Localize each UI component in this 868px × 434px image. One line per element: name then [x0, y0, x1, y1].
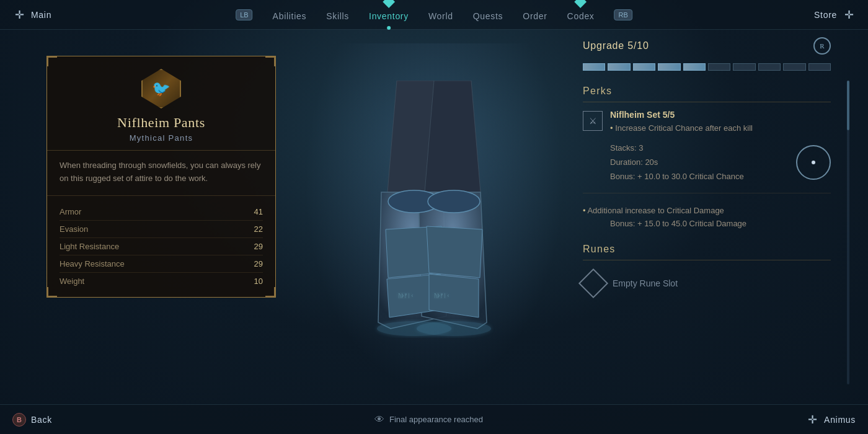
upgrade-pip-5 [683, 63, 706, 71]
main-cross-icon: ✛ [12, 8, 26, 22]
upgrade-button[interactable]: R [813, 37, 831, 55]
duration-label: Duration: [610, 157, 643, 167]
stat-heavy-resistance-label: Heavy Resistance [60, 259, 125, 268]
upgrade-bar [583, 63, 831, 71]
stat-heavy-resistance: Heavy Resistance 29 [60, 255, 263, 273]
lb-badge[interactable]: LB [236, 9, 252, 20]
rune-slot-1[interactable]: Empty Rune Slot [583, 268, 831, 299]
character-legs: ᚢᚦᚠᛁᚲ ᚢᚦᚠᛁᚲ [304, 43, 564, 391]
stat-heavy-resistance-value: 29 [254, 259, 263, 268]
card-corner-br [265, 287, 275, 297]
item-name: Niflheim Pants [117, 115, 205, 131]
perk-item-2: Additional increase to Critical Damage B… [583, 205, 831, 231]
svg-text:ᚢᚦᚠᛁᚲ: ᚢᚦᚠᛁᚲ [434, 293, 450, 299]
item-card: 🐦 Niflheim Pants Mythical Pants When thr… [46, 56, 276, 298]
upgrade-pip-2 [608, 63, 630, 71]
upgrade-pip-8 [758, 63, 781, 71]
rb-badge[interactable]: RB [614, 9, 632, 20]
rune-diamond-icon [578, 268, 608, 298]
tab-abilities[interactable]: Abilities [273, 9, 307, 21]
stacks-value: 3 [639, 143, 643, 153]
perk-stacks-area: Stacks: 3 Duration: 20s Bonus: + 10.0 to… [583, 141, 786, 184]
stacks-label: Stacks: [610, 143, 637, 153]
eye-icon: 👁 [374, 414, 384, 425]
bottom-right: ✛ Animus [805, 413, 856, 427]
stat-weight-value: 10 [254, 277, 263, 286]
codex-diamond-icon [575, 0, 587, 7]
upgrade-pip-3 [633, 63, 655, 71]
upgrade-pip-7 [733, 63, 755, 71]
duration-value: 20s [645, 157, 658, 167]
item-type: Mythical Pants [130, 133, 193, 143]
right-panel: Upgrade 5/10 R Perks ⚔ Niflheim Set 5/5 … [583, 37, 831, 299]
perk-details-1: Stacks: 3 Duration: 20s Bonus: + 10.0 to… [583, 141, 786, 184]
upgrade-pip-6 [708, 63, 730, 71]
svg-text:ᚢᚦᚠᛁᚲ: ᚢᚦᚠᛁᚲ [398, 293, 414, 299]
stat-evasion-value: 22 [254, 224, 263, 234]
upgrade-pip-1 [583, 63, 605, 71]
bottom-left: B Back [12, 413, 52, 427]
perk-header-1: ⚔ Niflheim Set 5/5 Increase Critical Cha… [583, 110, 831, 135]
upgrade-section: Upgrade 5/10 R [583, 37, 831, 55]
back-label[interactable]: Back [31, 415, 52, 425]
perk-bonus-1: Bonus: + 10.0 to 30.0 Critical Chance [610, 172, 744, 181]
stat-evasion-label: Evasion [60, 224, 88, 234]
stat-weight-label: Weight [60, 277, 84, 286]
inventory-diamond-icon [383, 0, 395, 7]
tab-codex[interactable]: Codex [567, 9, 595, 21]
upgrade-current: 5 [627, 40, 634, 51]
stat-light-resistance-label: Light Resistance [60, 242, 119, 251]
item-description: When threading through snowfields, you c… [47, 151, 275, 196]
perk-effect-2: Additional increase to Critical Damage [583, 205, 831, 217]
card-corner-bl [47, 287, 57, 297]
main-label: Main [31, 10, 51, 20]
upgrade-pip-9 [783, 63, 805, 71]
perks-title: Perks [583, 86, 831, 102]
perk-details-2: Bonus: + 15.0 to 45.0 Critical Damage [583, 216, 831, 231]
perk-title-1: Niflheim Set 5/5 [610, 110, 753, 120]
store-label[interactable]: Store [814, 10, 837, 20]
upgrade-pip-10 [808, 63, 831, 71]
perk-effect-1: Increase Critical Chance after each kill [610, 122, 753, 135]
tab-order[interactable]: Order [523, 9, 547, 21]
bottom-center: 👁 Final appearance reached [374, 414, 483, 425]
runes-title: Runes [583, 244, 831, 260]
stat-light-resistance: Light Resistance 29 [60, 238, 263, 255]
stat-weight: Weight 10 [60, 273, 263, 290]
perk-icon-1: ⚔ [583, 111, 603, 131]
character-legs-svg: ᚢᚦᚠᛁᚲ ᚢᚦᚠᛁᚲ [341, 81, 527, 391]
top-navigation: ✛ Main LB Abilities Skills Inventory Wor… [0, 0, 868, 30]
rune-slot-label: Empty Rune Slot [613, 278, 678, 288]
item-card-header: 🐦 Niflheim Pants Mythical Pants [47, 56, 275, 151]
bottom-bar: B Back 👁 Final appearance reached ✛ Anim… [0, 404, 868, 434]
runes-section: Runes Empty Rune Slot [583, 244, 831, 299]
perk-item-1: ⚔ Niflheim Set 5/5 Increase Critical Cha… [583, 110, 831, 193]
item-icon: 🐦 [141, 69, 181, 108]
store-cross-icon: ✛ [842, 8, 856, 22]
bird-icon: 🐦 [152, 80, 170, 97]
stat-armor: Armor 41 [60, 203, 263, 221]
tab-skills[interactable]: Skills [326, 9, 349, 21]
perk-timer [796, 145, 831, 180]
stat-evasion: Evasion 22 [60, 221, 263, 238]
tab-world[interactable]: World [428, 9, 453, 21]
tab-quests[interactable]: Quests [473, 9, 503, 21]
perk-row-1: Stacks: 3 Duration: 20s Bonus: + 10.0 to… [583, 141, 831, 184]
tab-inventory[interactable]: Inventory [369, 9, 409, 21]
nav-left: ✛ Main [12, 8, 51, 22]
perk-bonus-2: Bonus: + 15.0 to 45.0 Critical Damage [610, 219, 746, 228]
perk-timer-dot [812, 161, 815, 164]
perk-content-1: Niflheim Set 5/5 Increase Critical Chanc… [610, 110, 753, 135]
stat-armor-label: Armor [60, 207, 81, 216]
stat-armor-value: 41 [254, 207, 263, 216]
stat-light-resistance-value: 29 [254, 242, 263, 251]
upgrade-pip-4 [658, 63, 680, 71]
b-button-badge: B [12, 413, 26, 427]
upgrade-label: Upgrade 5/10 [583, 40, 649, 51]
nav-right: Store ✛ [814, 8, 856, 22]
nav-tabs: LB Abilities Skills Inventory World Ques… [236, 9, 632, 21]
appearance-label: Final appearance reached [389, 415, 483, 424]
upgrade-max: 10 [637, 40, 649, 51]
svg-point-3 [417, 321, 491, 336]
svg-point-5 [428, 190, 480, 213]
